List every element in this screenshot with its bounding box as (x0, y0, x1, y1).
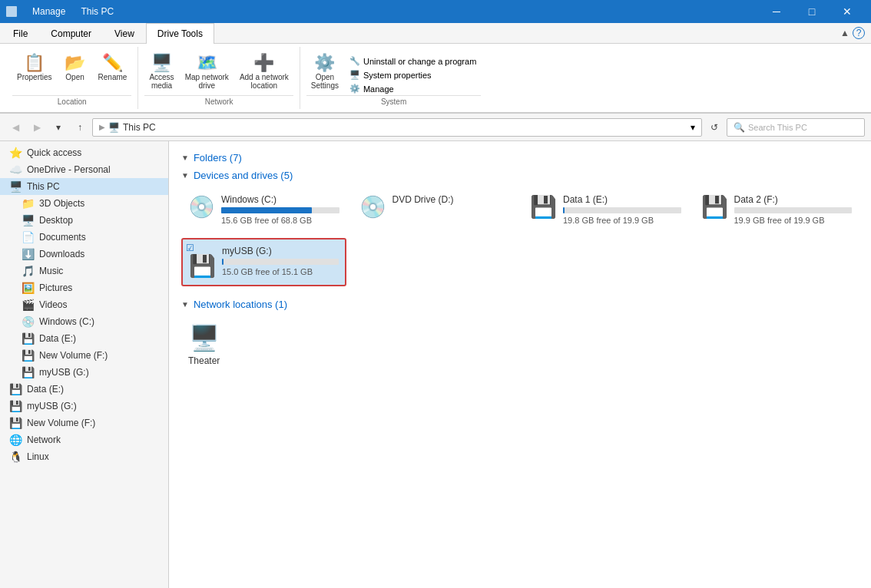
app-icon (6, 6, 17, 17)
up-button[interactable]: ↑ (71, 118, 89, 137)
data-e-label: Data (E:) (39, 333, 76, 344)
sidebar-item-network[interactable]: 🌐 Network (0, 431, 168, 448)
system-properties-button[interactable]: 🖥️ System properties (345, 68, 481, 81)
myusb-g-size: 15.0 GB free of 15.1 GB (222, 267, 339, 276)
manage-tab[interactable]: Manage (22, 3, 76, 20)
sidebar-item-myusb-g[interactable]: 💾 myUSB (G:) (18, 364, 168, 381)
open-label: Open (65, 73, 84, 81)
address-path[interactable]: ▶ 🖥️ This PC ▾ (92, 118, 702, 137)
myusb-g-name: myUSB (G:) (222, 246, 339, 256)
sidebar-item-this-pc[interactable]: 🖥️ This PC (0, 178, 168, 195)
back-button[interactable]: ◀ (6, 118, 25, 137)
sidebar-item-linux[interactable]: 🐧 Linux (0, 448, 168, 465)
minimize-button[interactable]: ─ (759, 0, 794, 23)
sidebar-item-desktop[interactable]: 🖥️ Desktop (18, 212, 168, 229)
drive-myusb-g[interactable]: ☑ 💾 myUSB (G:) 15.0 GB free of 15.1 GB (181, 238, 346, 286)
maximize-button[interactable]: □ (794, 0, 830, 23)
rename-button[interactable]: ✏️ Rename (94, 51, 132, 84)
tab-file[interactable]: File (2, 23, 39, 44)
rename-icon: ✏️ (102, 55, 123, 71)
path-dropdown-icon[interactable]: ▾ (691, 122, 695, 133)
ribbon-collapse-icon[interactable]: ▲ (840, 28, 849, 38)
open-button[interactable]: 📂 Open (58, 51, 92, 84)
devices-section-header[interactable]: ▼ Devices and drives (5) (181, 170, 859, 181)
refresh-button[interactable]: ↺ (705, 118, 724, 137)
network-section-header[interactable]: ▼ Network locations (1) (181, 299, 859, 310)
sidebar: ⭐ Quick access ☁️ OneDrive - Personal 🖥️… (0, 141, 169, 588)
sidebar-item-windows-c[interactable]: 💿 Windows (C:) (18, 313, 168, 330)
network-section: ▼ Network locations (1) 🖥️ Theater (181, 299, 859, 373)
ribbon-group-system: ⚙️ OpenSettings 🔧 Uninstall or change a … (300, 47, 488, 109)
system-group-label: System (306, 95, 482, 107)
network-group-label: Network (144, 95, 293, 107)
manage-button[interactable]: ⚙️ Manage (345, 82, 481, 95)
map-network-drive-button[interactable]: 🗺️ Map networkdrive (180, 51, 233, 93)
sidebar-item-new-volume-f-2[interactable]: 💾 New Volume (F:) (0, 415, 168, 431)
titlebar-left: Manage This PC (6, 3, 114, 20)
path-icon: 🖥️ (108, 122, 120, 133)
drive-data2-f[interactable]: 💾 Data 2 (F:) 19.9 GB free of 19.9 GB (694, 187, 859, 232)
quick-access-label: Quick access (27, 147, 81, 158)
system-small-items: 🔧 Uninstall or change a program 🖥️ Syste… (345, 51, 481, 95)
main-layout: ⭐ Quick access ☁️ OneDrive - Personal 🖥️… (0, 141, 871, 588)
documents-icon: 📄 (22, 231, 35, 243)
new-volume-f-label: New Volume (F:) (39, 350, 108, 361)
drive-dvd-d[interactable]: 💿 DVD Drive (D:) (353, 187, 518, 232)
tab-computer[interactable]: Computer (39, 23, 103, 44)
desktop-icon: 🖥️ (22, 214, 35, 226)
system-properties-label: System properties (363, 71, 432, 80)
properties-button[interactable]: 📋 Properties (12, 51, 57, 84)
sidebar-item-videos[interactable]: 🎬 Videos (18, 296, 168, 313)
windows-c-name: Windows (C:) (221, 194, 339, 205)
open-settings-button[interactable]: ⚙️ OpenSettings (306, 51, 343, 93)
uninstall-label: Uninstall or change a program (363, 57, 476, 66)
sidebar-item-3d-objects[interactable]: 📁 3D Objects (18, 195, 168, 212)
drives-grid: 💿 Windows (C:) 15.6 GB free of 68.8 GB 💿… (181, 187, 859, 286)
this-pc-icon: 🖥️ (9, 180, 22, 193)
windows-c-label: Windows (C:) (39, 316, 94, 327)
videos-label: Videos (39, 299, 67, 310)
sidebar-item-quick-access[interactable]: ⭐ Quick access (0, 144, 168, 161)
drive-data1-e[interactable]: 💾 Data 1 (E:) 19.8 GB free of 19.9 GB (523, 187, 688, 232)
ribbon-help-icon[interactable]: ? (853, 27, 865, 39)
ribbon-group-network: 🖥️ Accessmedia 🗺️ Map networkdrive ➕ Add… (138, 47, 300, 109)
pictures-label: Pictures (39, 282, 72, 293)
properties-label: Properties (17, 73, 52, 81)
access-media-icon: 🖥️ (151, 55, 172, 71)
sidebar-item-downloads[interactable]: ⬇️ Downloads (18, 246, 168, 263)
videos-icon: 🎬 (22, 299, 35, 311)
sidebar-item-data-e-2[interactable]: 💾 Data (E:) (0, 381, 168, 398)
access-media-button[interactable]: 🖥️ Accessmedia (144, 51, 178, 93)
sidebar-item-data-e[interactable]: 💾 Data (E:) (18, 330, 168, 347)
window-controls[interactable]: ─ □ ✕ (759, 0, 865, 23)
search-box[interactable]: 🔍 Search This PC (727, 118, 865, 137)
sidebar-item-music[interactable]: 🎵 Music (18, 263, 168, 279)
sidebar-item-pictures[interactable]: 🖼️ Pictures (18, 279, 168, 296)
close-button[interactable]: ✕ (830, 0, 865, 23)
sidebar-item-onedrive[interactable]: ☁️ OneDrive - Personal (0, 161, 168, 178)
drive-checkbox-icon: ☑ (186, 243, 194, 253)
tab-view[interactable]: View (103, 23, 146, 44)
folders-section-header[interactable]: ▼ Folders (7) (181, 152, 859, 164)
data1-e-bar-container (563, 207, 681, 213)
network-section-title: Network locations (1) (194, 299, 287, 310)
manage-icon: ⚙️ (349, 84, 360, 94)
ribbon: File Computer View Drive Tools ▲ ? 📋 Pro… (0, 23, 871, 114)
uninstall-button[interactable]: 🔧 Uninstall or change a program (345, 55, 481, 68)
titlebar-tabs: Manage (22, 3, 76, 20)
rename-label: Rename (98, 73, 128, 81)
search-placeholder: Search This PC (748, 123, 807, 132)
sidebar-item-new-volume-f[interactable]: 💾 New Volume (F:) (18, 347, 168, 364)
addressbar: ◀ ▶ ▾ ↑ ▶ 🖥️ This PC ▾ ↺ 🔍 Search This P… (0, 114, 871, 141)
titlebar: Manage This PC ─ □ ✕ (0, 0, 871, 23)
drive-windows-c[interactable]: 💿 Windows (C:) 15.6 GB free of 68.8 GB (181, 187, 346, 232)
sidebar-item-myusb-g-2[interactable]: 💾 myUSB (G:) (0, 398, 168, 415)
recent-locations-button[interactable]: ▾ (49, 118, 68, 137)
network-item-theater[interactable]: 🖥️ Theater (181, 316, 227, 373)
tab-drive-tools[interactable]: Drive Tools (146, 23, 214, 44)
forward-button[interactable]: ▶ (28, 118, 46, 137)
sidebar-item-documents[interactable]: 📄 Documents (18, 229, 168, 246)
window-title: This PC (81, 6, 114, 17)
content-area: ▼ Folders (7) ▼ Devices and drives (5) 💿… (169, 141, 871, 588)
add-network-location-button[interactable]: ➕ Add a networklocation (235, 51, 293, 93)
